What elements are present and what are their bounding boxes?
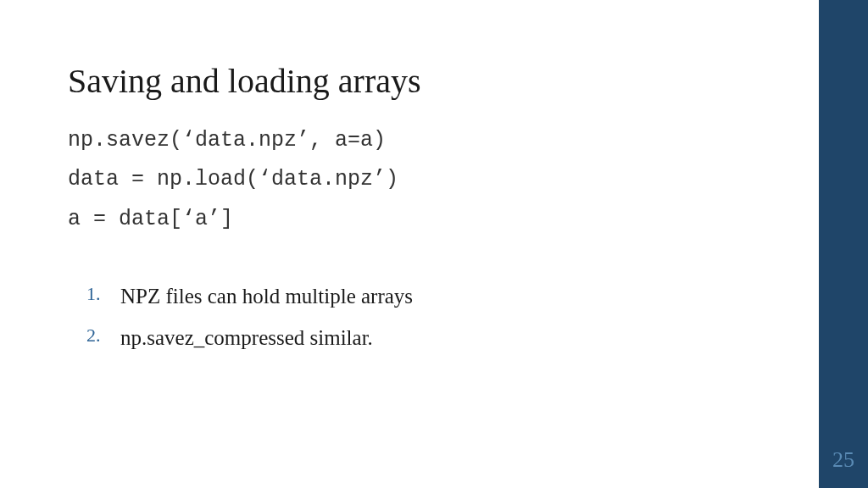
slide-title: Saving and loading arrays — [68, 61, 746, 101]
numbered-list: NPZ files can hold multiple arrays np.sa… — [68, 276, 746, 359]
slide-content: Saving and loading arrays np.savez(‘data… — [0, 0, 814, 358]
page-number: 25 — [832, 447, 854, 473]
list-item: np.savez_compressed similar. — [68, 318, 746, 359]
code-line: np.savez(‘data.npz’, a=a) — [68, 121, 746, 160]
list-item: NPZ files can hold multiple arrays — [68, 276, 746, 318]
code-line: data = np.load(‘data.npz’) — [68, 160, 746, 199]
code-block: np.savez(‘data.npz’, a=a) data = np.load… — [68, 121, 746, 239]
code-line: a = data[‘a’] — [68, 200, 746, 239]
sidebar-accent: 25 — [819, 0, 868, 488]
